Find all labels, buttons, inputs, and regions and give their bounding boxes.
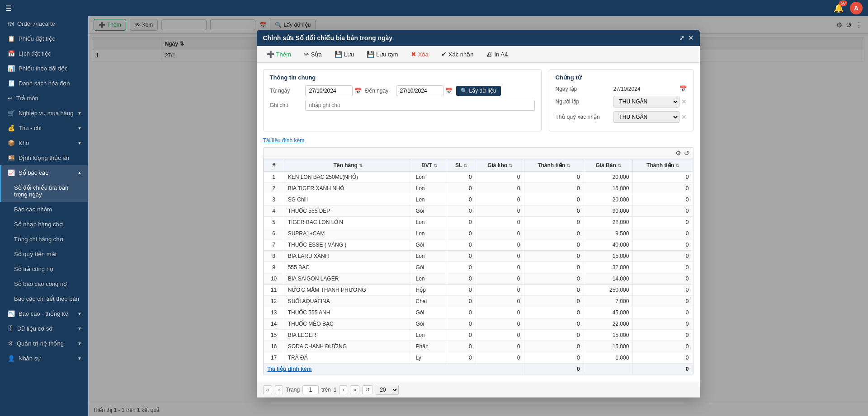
modal-luu-button[interactable]: 💾 Lưu (330, 49, 359, 60)
sidebar-item-quan-tri[interactable]: ⚙ Quản trị hệ thống ▼ (0, 336, 88, 351)
sidebar-item-danh-sach-hoa-don[interactable]: 🧾 Danh sách hóa đơn (0, 76, 88, 91)
nguoi-lap-clear-icon[interactable]: ✕ (681, 98, 687, 105)
tu-ngay-input[interactable] (305, 85, 353, 96)
close-icon[interactable]: ✕ (688, 34, 693, 42)
sidebar-item-lich-dat-tiec[interactable]: 📅 Lịch đặt tiệc (0, 46, 88, 61)
refresh-dt-icon[interactable]: ↺ (684, 150, 689, 157)
modal-luu-tam-button[interactable]: 💾 Lưu tạm (362, 49, 403, 60)
modal-them-button[interactable]: ➕ Thêm (262, 49, 296, 60)
table-row[interactable]: 15 BIA LEGER Lon 0 0 0 15,000 0 (264, 330, 693, 341)
sidebar-item-phieu-dat-tiec[interactable]: 📋 Phiếu đặt tiệc (0, 31, 88, 46)
table-row[interactable]: 3 SG Chill Lon 0 0 0 20,000 0 (264, 194, 693, 206)
cell-gia-kho: 0 (476, 330, 524, 341)
table-row[interactable]: 5 TIGER BAC LON LỚN Lon 0 0 0 22,000 0 (264, 217, 693, 228)
modal-xoa-button[interactable]: ✖ Xóa (406, 49, 433, 60)
ghi-chu-input[interactable] (305, 100, 535, 111)
sidebar-label: Thu - chi (19, 125, 42, 131)
table-row[interactable]: 14 THUỐC MÈO BẠC Gói 0 0 0 22,000 0 (264, 318, 693, 330)
col-dvt[interactable]: ĐVT (412, 159, 447, 172)
page-size-select[interactable]: 20 50 100 (376, 385, 399, 395)
cell-dvt: Lon (412, 330, 447, 341)
thong-ke-icon: 📉 (8, 310, 15, 317)
col-thanh-tien-ban[interactable]: Thành tiền (633, 159, 693, 172)
sidebar-item-so-bao-cao[interactable]: 📈 Số báo cáo ▲ (0, 165, 88, 180)
sidebar-item-du-lieu-co-so[interactable]: 🗄 Dữ liệu cơ sở ▼ (0, 321, 88, 336)
page-last-button[interactable]: » (350, 385, 359, 394)
table-row[interactable]: 4 THUỐC 555 DEP Gói 0 0 0 90,000 0 (264, 206, 693, 217)
expand-icon[interactable]: ⤢ (679, 34, 684, 42)
page-next-button[interactable]: › (339, 385, 347, 394)
cell-gia-ban: 1,000 (584, 352, 633, 364)
page-refresh-button[interactable]: ↺ (362, 385, 373, 394)
tai-lieu-dinh-kem-top[interactable]: Tài liệu đính kèm (263, 137, 305, 144)
table-row[interactable]: 11 NƯỚC MẮM THANH PHƯƠNG Hộp 0 0 0 250,0… (264, 285, 693, 296)
table-row[interactable]: 1 KEN LON BAC 250ML(NHỎ) Lon 0 0 0 20,00… (264, 172, 693, 183)
sidebar-item-so-doi-chieu[interactable]: Số đối chiếu bia bán trong ngày (0, 180, 88, 202)
table-row[interactable]: 8 BIA LARU XANH Lon 0 0 0 15,000 0 (264, 251, 693, 262)
table-row[interactable]: 6 SUPRA1+CAM Lon 0 0 0 9,500 0 (264, 228, 693, 239)
cal-icon-den-ngay[interactable]: 📅 (445, 88, 453, 94)
ngay-lap-label: Ngày lập (556, 86, 610, 92)
modal-xac-nhan-button[interactable]: ✔ Xác nhận (437, 49, 478, 60)
sidebar-item-phieu-theo-doi-tiec[interactable]: 📊 Phiếu theo dõi tiệc (0, 61, 88, 76)
cell-sl: 0 (447, 330, 476, 341)
cell-stt: 2 (264, 183, 284, 194)
table-row[interactable]: 10 BIA SAIGON LAGER Lon 0 0 0 14,000 0 (264, 273, 693, 285)
table-row[interactable]: 12 SUỐI AQUAFINA Chai 0 0 0 7,000 0 (264, 296, 693, 307)
page-prev-button[interactable]: ‹ (275, 385, 283, 394)
modal-sua-button[interactable]: ✏ Sửa (299, 49, 326, 60)
table-row[interactable]: 13 THUỐC 555 ANH Gói 0 0 0 45,000 0 (264, 307, 693, 318)
table-row[interactable]: 2 BIA TIGER XANH NHỎ Lon 0 0 0 15,000 0 (264, 183, 693, 194)
sidebar-item-bao-cao-chi-tiet-ban[interactable]: Báo cáo chi tiết theo bàn (0, 291, 88, 306)
lay-du-lieu-modal-button[interactable]: 🔍 Lấy dữ liệu (456, 86, 501, 96)
sidebar-label: Số nhập hàng chợ (14, 221, 63, 228)
cell-thanh-tien-ban: 0 (633, 206, 693, 217)
den-ngay-input[interactable] (396, 85, 443, 96)
hamburger-icon[interactable]: ☰ (5, 4, 12, 13)
cell-gia-ban: 22,000 (584, 318, 633, 330)
col-thanh-tien-kho[interactable]: Thành tiền (524, 159, 584, 172)
tai-lieu-footer[interactable]: Tài liệu đính kèm (264, 364, 524, 375)
sidebar-item-so-nhap-hang-cho[interactable]: Số nhập hàng chợ (0, 217, 88, 232)
sidebar-item-order-alacarte[interactable]: 🍽 Order Alacarte (0, 16, 88, 31)
cell-gia-kho: 0 (476, 172, 524, 183)
sidebar-item-dinh-luong[interactable]: 🍱 Định lượng thức ăn (0, 150, 88, 165)
thu-quy-row: Thủ quỹ xác nhận THU NGÂN ✕ (556, 111, 687, 123)
sidebar-item-nghiep-vu-mua-hang[interactable]: 🛒 Nghiệp vụ mua hàng ▼ (0, 106, 88, 121)
sidebar-item-tra-mon[interactable]: ↩ Trả món (0, 91, 88, 106)
thu-quy-clear-icon[interactable]: ✕ (681, 113, 687, 121)
cal-icon-ngay-lap[interactable]: 📅 (679, 85, 687, 92)
table-row[interactable]: 7 THUỐC ESSE ( VÀNG ) Gói 0 0 0 40,000 0 (264, 239, 693, 251)
cell-stt: 5 (264, 217, 284, 228)
sidebar-item-so-quy-tien-mat[interactable]: Số quỹ tiền mặt (0, 247, 88, 262)
table-row[interactable]: 16 SODA CHANH ĐƯỜNG Phần 0 0 0 15,000 0 (264, 341, 693, 352)
sidebar-item-so-bao-cao-cong-no[interactable]: Số báo cáo công nợ (0, 276, 88, 291)
sidebar-item-bao-cao-thong-ke[interactable]: 📉 Báo cáo - thống kê ▼ (0, 306, 88, 321)
page-first-button[interactable]: « (263, 385, 273, 394)
cell-dvt: Lon (412, 194, 447, 206)
cell-gia-ban: 40,000 (584, 239, 633, 251)
col-sl[interactable]: SL (447, 159, 476, 172)
modal-header: Chỉnh sửa Số đối chiếu bia bán trong ngà… (257, 30, 700, 46)
cell-gia-ban: 20,000 (584, 194, 633, 206)
col-gia-kho[interactable]: Giá kho (476, 159, 524, 172)
cal-icon-tu-ngay[interactable]: 📅 (354, 88, 362, 94)
sidebar-item-nhan-su[interactable]: 👤 Nhân sự ▼ (0, 351, 88, 366)
sidebar-item-thu-chi[interactable]: 💰 Thu - chi ▼ (0, 121, 88, 136)
nguoi-lap-select[interactable]: THU NGÂN (613, 96, 679, 108)
col-ten-hang[interactable]: Tên hàng (284, 159, 412, 172)
table-row[interactable]: 17 TRÀ ĐÁ Ly 0 0 0 1,000 0 (264, 352, 693, 364)
sidebar-item-so-tra-cong-no[interactable]: Số trả công nợ (0, 262, 88, 276)
bell-icon[interactable]: 🔔 56 (834, 3, 844, 13)
sidebar-item-kho[interactable]: 📦 Kho ▼ (0, 136, 88, 150)
sidebar-item-tong-chi-hang-cho[interactable]: Tổng chi hàng chợ (0, 232, 88, 247)
page-input[interactable] (302, 385, 319, 394)
col-gia-ban[interactable]: Giá Bán (584, 159, 633, 172)
filter-dt-icon[interactable]: ⚙ (675, 150, 681, 157)
modal-in-a4-button[interactable]: 🖨 In A4 (481, 49, 512, 60)
avatar[interactable]: A (850, 2, 863, 14)
thu-quy-select[interactable]: THU NGÂN (613, 111, 679, 123)
table-row[interactable]: 9 555 BAC Gói 0 0 0 32,000 0 (264, 262, 693, 273)
modal-body: Thông tin chung Từ ngày 📅 Đến ngày (257, 63, 700, 382)
sidebar-item-bao-cao-nhom[interactable]: Báo cáo nhóm (0, 202, 88, 217)
